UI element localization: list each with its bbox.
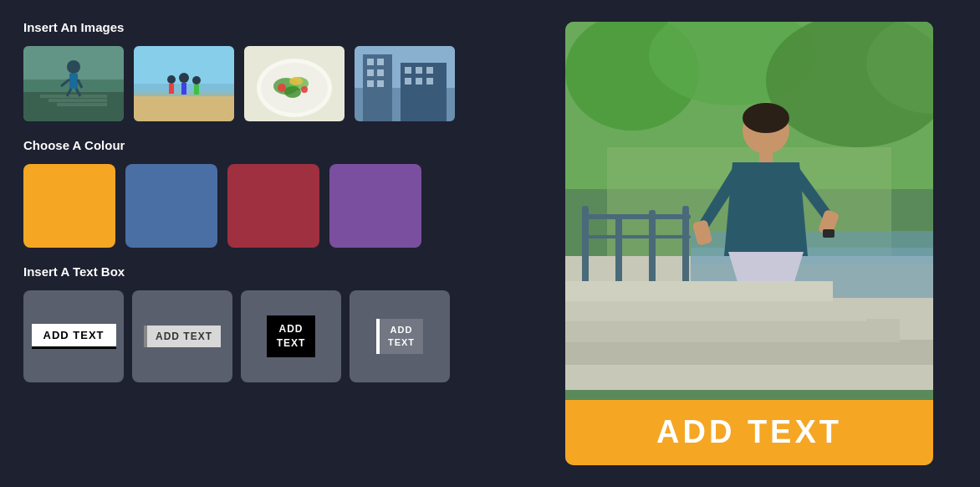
svg-rect-36 [377, 69, 384, 76]
svg-rect-43 [405, 78, 411, 85]
svg-point-63 [743, 103, 789, 133]
svg-rect-70 [565, 300, 866, 321]
textbox-section-title: Insert A Text Box [23, 264, 495, 279]
svg-rect-40 [405, 67, 411, 74]
textbox-label-2: ADD TEXT [156, 331, 212, 342]
textbox-label-4: ADDTEXT [388, 324, 415, 350]
textbox-label-1: ADD TEXT [43, 329, 105, 341]
textbox-style4: ADDTEXT [376, 319, 423, 355]
preview-container: ADD TEXT [565, 22, 933, 465]
svg-point-28 [301, 86, 308, 93]
image-thumb-beach[interactable] [134, 46, 234, 121]
svg-point-27 [278, 84, 286, 92]
svg-rect-68 [565, 340, 933, 365]
colours-section: Choose A Colour [23, 138, 495, 248]
image-thumb-runner[interactable] [23, 46, 124, 121]
svg-rect-16 [169, 84, 174, 94]
images-section: Insert An Images [23, 20, 495, 121]
textbox-option-4[interactable]: ADDTEXT [350, 290, 450, 382]
textbox-option-2[interactable]: ADD TEXT [132, 290, 232, 382]
svg-rect-37 [367, 80, 374, 87]
svg-point-26 [284, 86, 301, 98]
svg-rect-41 [416, 67, 422, 74]
textbox-option-3[interactable]: ADDTEXT [241, 290, 341, 382]
svg-rect-13 [134, 92, 234, 121]
svg-point-15 [167, 75, 176, 84]
svg-rect-45 [426, 78, 433, 85]
svg-rect-33 [367, 59, 374, 65]
colour-swatch-blue[interactable] [125, 164, 217, 248]
textbox-grid: ADD TEXT ADD TEXT ADDTEXT ADDTEXT [23, 290, 495, 382]
preview-svg: ADD TEXT [565, 22, 933, 465]
svg-rect-58 [582, 214, 691, 219]
svg-rect-67 [823, 229, 835, 238]
svg-point-29 [289, 77, 303, 85]
svg-rect-44 [416, 78, 422, 85]
textbox-style3: ADDTEXT [267, 315, 316, 357]
textbox-section: Insert A Text Box ADD TEXT ADD TEXT ADDT… [23, 264, 495, 382]
svg-point-19 [192, 76, 201, 85]
right-panel: ADD TEXT [518, 0, 980, 487]
svg-rect-3 [48, 99, 107, 102]
svg-rect-38 [377, 80, 384, 87]
svg-rect-2 [40, 95, 107, 98]
images-section-title: Insert An Images [23, 20, 495, 34]
colour-swatch-purple[interactable] [329, 164, 421, 248]
colour-swatch-orange[interactable] [23, 164, 115, 248]
image-thumb-salad[interactable] [244, 46, 345, 121]
svg-point-17 [179, 73, 189, 83]
svg-point-6 [67, 60, 80, 74]
svg-rect-4 [57, 103, 107, 106]
textbox-style1: ADD TEXT [32, 324, 116, 349]
svg-rect-59 [582, 235, 691, 238]
svg-rect-34 [377, 59, 384, 65]
svg-rect-71 [565, 281, 833, 301]
svg-rect-35 [367, 69, 374, 76]
images-grid [23, 46, 495, 121]
textbox-label-3: ADDTEXT [277, 322, 306, 351]
svg-rect-42 [426, 67, 433, 74]
textbox-style2: ADD TEXT [144, 326, 221, 347]
svg-rect-7 [69, 74, 78, 89]
left-panel: Insert An Images [0, 0, 518, 487]
textbox-option-1[interactable]: ADD TEXT [23, 290, 124, 382]
svg-rect-69 [565, 319, 900, 342]
colour-swatch-red[interactable] [227, 164, 319, 248]
preview-image: ADD TEXT [565, 22, 933, 465]
image-thumb-building[interactable] [355, 46, 455, 121]
svg-text:ADD TEXT: ADD TEXT [656, 414, 842, 449]
colours-section-title: Choose A Colour [23, 138, 495, 152]
svg-rect-64 [759, 151, 773, 164]
svg-rect-18 [181, 83, 186, 95]
svg-rect-20 [194, 85, 199, 95]
colours-grid [23, 164, 495, 248]
